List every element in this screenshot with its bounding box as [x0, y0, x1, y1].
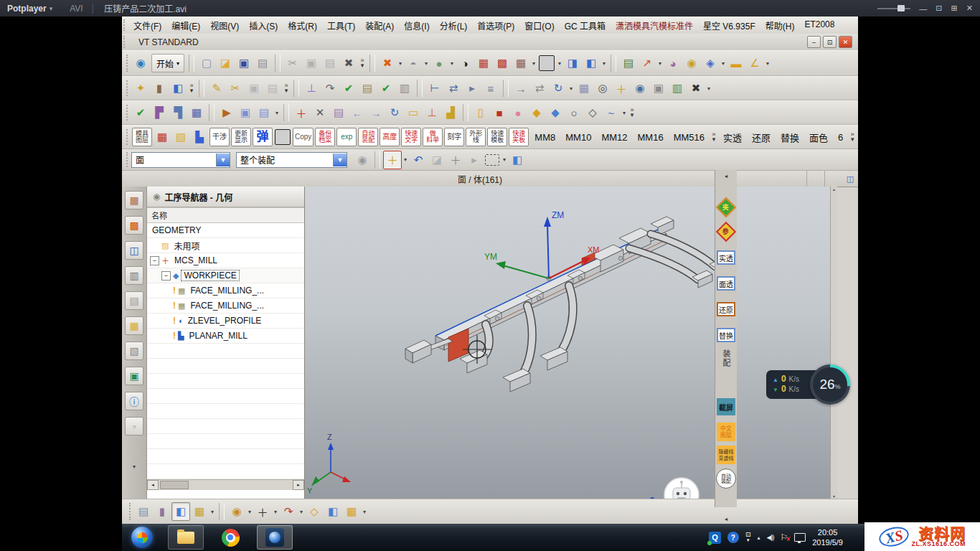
tree-row-label[interactable]: MCS_MILL [172, 255, 220, 265]
menu-item[interactable]: 文件(F) [128, 18, 166, 33]
update-display-button[interactable]: 更新显示 [231, 128, 251, 146]
web-browser-tab-icon[interactable]: ▣ [125, 367, 143, 385]
marquee-select-icon[interactable] [485, 154, 499, 166]
info-tab-icon[interactable]: ⓘ [125, 392, 143, 410]
cylinder-icon[interactable]: ▯ [471, 103, 490, 122]
clip-section2-icon[interactable]: ◧ [582, 54, 600, 72]
binoculars-icon[interactable]: ◉ [353, 151, 372, 169]
numbered-tool-icon[interactable]: ▦ [575, 79, 593, 98]
save-icon[interactable]: ▣ [235, 54, 253, 72]
scroll-right-icon[interactable]: ▸ [293, 480, 304, 490]
sync-icon[interactable]: ⇄ [444, 79, 463, 98]
window-display-icon[interactable]: ✖ [378, 54, 397, 72]
exp-button[interactable]: exp [336, 128, 357, 146]
back-arrow-icon[interactable]: ← [348, 103, 367, 122]
resource-bar-scroll-down-icon[interactable]: ▾ [133, 463, 136, 470]
dropdown-arrow[interactable]: ▾ [656, 60, 664, 67]
status-window-icon[interactable]: ◫ [842, 174, 858, 184]
create-geometry-icon[interactable]: ◧ [169, 79, 187, 98]
new-file-icon[interactable]: ▢ [197, 54, 216, 72]
menu-item[interactable]: 分析(L) [435, 18, 473, 33]
tree-row[interactable]: !▙PLANAR_MILL [147, 329, 304, 344]
shaded-sphere-icon[interactable]: ● [430, 54, 448, 72]
doc-note-icon[interactable]: ▤ [255, 103, 273, 122]
dropdown-arrow[interactable]: ▾ [273, 110, 281, 116]
snap-point-icon[interactable]: ＋ [383, 151, 402, 169]
tree-row[interactable]: ▨未用项 [147, 238, 304, 253]
primitive-block-icon[interactable]: ◧ [324, 502, 342, 521]
quick-text-button[interactable]: 快速文字 [401, 128, 421, 146]
mirror-icon[interactable]: ⇄ [530, 79, 549, 98]
tray-q-icon[interactable]: Q [709, 532, 721, 544]
screenshot-button[interactable]: 截屏 [717, 398, 735, 415]
tree-row[interactable]: !▦FACE_MILLING_... [147, 298, 304, 314]
dropdown-arrow[interactable]: ▾ [530, 60, 537, 67]
expander-icon[interactable]: − [161, 271, 171, 281]
optimize-icon[interactable]: ≡ [481, 79, 500, 98]
tray-help-icon[interactable]: ? [727, 532, 739, 543]
lock-icon[interactable]: ▣ [649, 79, 668, 98]
move-object-icon[interactable]: ▭ [404, 103, 423, 122]
pink-sphere-icon[interactable]: ● [509, 103, 527, 122]
palette-icon[interactable]: ◉ [682, 54, 701, 72]
scroll-up-icon[interactable]: ▴ [833, 187, 835, 192]
graphics-viewport[interactable]: ZM YM XM Z Y A [305, 187, 830, 499]
add-plus-icon[interactable]: ＋ [612, 79, 631, 98]
gold-part-icon[interactable]: ◆ [527, 103, 546, 122]
tray-action-center-icon[interactable]: ⚐✘ [780, 532, 788, 542]
face-color-label[interactable]: 面色 [804, 131, 833, 144]
tree-row[interactable]: −◆WORKPIECE [147, 268, 304, 283]
restore-label[interactable]: 还原 [747, 131, 776, 144]
dropdown-arrow[interactable]: ▾ [397, 60, 404, 67]
combo-arrow-icon[interactable]: ▼ [216, 154, 230, 166]
tree-row-label[interactable]: 未用项 [171, 240, 202, 252]
dropdown-arrow[interactable]: ▾ [501, 156, 508, 163]
move-origin-icon[interactable]: ＋ [446, 151, 465, 169]
player-close-button[interactable]: ✕ [966, 4, 973, 13]
package-icon[interactable]: ◧ [508, 151, 527, 169]
copy-icon[interactable]: ▣ [302, 54, 321, 72]
binoculars2-icon[interactable]: ◎ [593, 79, 612, 98]
dropdown-arrow[interactable]: ▾ [272, 509, 279, 515]
feeds-icon[interactable]: ▸ [463, 79, 481, 98]
part-minimize-button[interactable]: – [807, 36, 821, 48]
overflow-chevron[interactable]: »▾ [358, 58, 367, 68]
csys-orient-icon[interactable]: ↗ [638, 54, 656, 72]
dropdown-arrow[interactable]: ▾ [423, 60, 430, 67]
assistant-widget[interactable]: A [646, 478, 699, 499]
machining-tab-icon[interactable]: ▩ [125, 216, 143, 235]
dropdown-arrow[interactable]: ▾ [402, 156, 409, 163]
wireframe-cube3-icon[interactable]: ▦ [512, 54, 530, 72]
ruler-icon[interactable]: ▬ [727, 54, 745, 72]
menu-item[interactable]: 帮助(H) [760, 18, 800, 33]
history-tab-icon[interactable]: ▫ [125, 417, 143, 435]
tray-show-hidden-icon[interactable]: ▴ [757, 534, 760, 541]
wireframe-cube2-icon[interactable]: ▩ [493, 54, 512, 72]
menu-item[interactable]: ET2008 [799, 18, 839, 33]
taskbar-clock[interactable]: 20:05 2019/5/9 [812, 527, 843, 547]
hidden-line-dashed-button[interactable]: 隐藏线变虚线 [717, 446, 735, 464]
type-filter-combobox[interactable]: 面 ▼ [131, 152, 230, 168]
solid-transparent-label[interactable]: 实透 [718, 131, 747, 144]
dropdown-arrow[interactable]: ▾ [705, 85, 712, 92]
menu-item[interactable]: 装配(A) [360, 18, 399, 33]
close-task-icon[interactable]: ✖ [687, 79, 705, 98]
hexagon-icon[interactable]: ◇ [583, 103, 602, 122]
face-transparent-button[interactable]: 面透 [717, 276, 735, 291]
mm10-label[interactable]: MM10 [560, 132, 596, 143]
tree-horizontal-scrollbar[interactable]: ◂ ▸ [147, 479, 304, 490]
ribbon-scroll-down-icon[interactable]: ◂ [715, 516, 737, 522]
overflow-chevron[interactable]: »▾ [710, 132, 718, 142]
nx-logo-icon[interactable]: ◉ [131, 54, 150, 72]
mm8-label[interactable]: MM8 [529, 132, 560, 143]
paste-icon[interactable]: ▤ [321, 54, 339, 72]
menu-item[interactable]: 格式(R) [283, 18, 322, 33]
mold-layer-button[interactable]: 模具图层 [132, 128, 152, 146]
model-canvas[interactable]: ZM YM XM Z Y A [305, 187, 830, 499]
dropdown-arrow[interactable]: ▾ [448, 60, 456, 67]
note-list-icon[interactable]: ▤ [329, 103, 348, 122]
worksheet-icon[interactable]: ▦ [187, 103, 206, 122]
quick-template-button[interactable]: 快速模板 [487, 128, 507, 146]
start-orb-button[interactable] [131, 527, 153, 548]
replay-toolpath-icon[interactable]: ↷ [321, 79, 339, 98]
